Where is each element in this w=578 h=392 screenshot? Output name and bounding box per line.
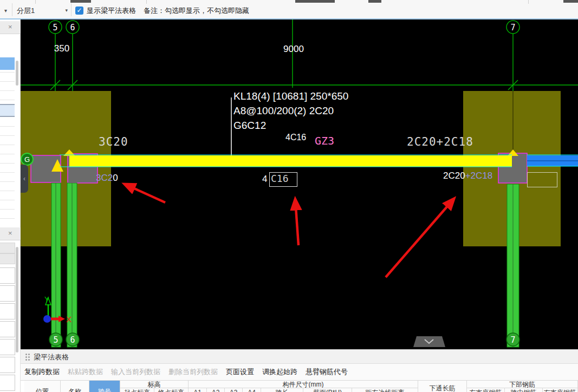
sub-header-left-support[interactable]: 左支座钢筋: [467, 388, 505, 392]
sidebar-cell[interactable]: [0, 285, 15, 302]
rebar-edit-left-selected: 3C2: [96, 173, 113, 183]
grid-bubble-g-label: G: [24, 155, 30, 164]
col-header-name[interactable]: 名称: [61, 381, 89, 392]
sidebar-cell[interactable]: [0, 339, 15, 355]
rebar-label-top-right[interactable]: 2C20+2C18: [407, 135, 473, 148]
red-arrow-middle: [295, 199, 298, 245]
sidebar-cell[interactable]: [0, 357, 15, 373]
page-setup-button[interactable]: 页面设置: [226, 367, 254, 377]
rebar-edit-right[interactable]: 2C20+2C18: [443, 171, 492, 181]
beam-table-panel-header[interactable]: 梁平法表格: [21, 350, 578, 364]
group-header-size[interactable]: 构件尺寸(mm): [189, 381, 418, 388]
sidebar-highlight-item[interactable]: [0, 104, 15, 117]
sidebar-scrollbar2[interactable]: [16, 247, 18, 352]
list-divider: [0, 154, 15, 154]
beam-selected[interactable]: [69, 155, 512, 167]
rebar-label-top-mid[interactable]: 4C16: [285, 133, 306, 142]
list-divider: [0, 200, 15, 200]
dimension-9000[interactable]: 9000: [272, 44, 315, 55]
close-icon[interactable]: ×: [8, 23, 12, 31]
group-header-bottom-rebar[interactable]: 下部钢筋: [467, 381, 578, 388]
rebar-label-top-left[interactable]: 3C20: [99, 135, 128, 148]
group-header-elevation[interactable]: 标高: [120, 381, 189, 388]
sub-header-a1[interactable]: A1: [189, 388, 207, 392]
axis-x-arrowhead: [59, 316, 65, 322]
sidebar-selected-item[interactable]: [0, 57, 15, 70]
top-toolbar: ▾ 分层1 ▾ ✓ 显示梁平法表格 备注：勾选即显示，不勾选即隐藏: [0, 0, 578, 19]
rebar-edit-mid-prefix[interactable]: 4: [262, 174, 267, 185]
grid-bubble-7-bottom-label: 7: [510, 335, 515, 345]
chevron-down-icon[interactable]: ▾: [4, 8, 7, 14]
ribbon-separator: [146, 0, 147, 4]
layer-select[interactable]: 分层1 ▾: [12, 3, 72, 16]
rebar-edit-right-selected: +2C18: [465, 171, 493, 181]
col-header-span-no[interactable]: 跨号: [89, 381, 120, 392]
grid-bubble-5-top-label: 5: [53, 23, 57, 32]
list-divider: [0, 191, 15, 191]
sub-header-span-length[interactable]: 跨长: [261, 388, 303, 392]
toolbar-note: 备注：勾选即显示，不勾选即隐藏: [144, 6, 249, 16]
beam-table-header: 位置 名称 跨号 下通长筋 标高 构件尺寸(mm) 下部钢筋 起点标高 终点标高…: [21, 380, 578, 392]
red-arrow-right: [386, 199, 454, 277]
cad-viewport[interactable]: 5 6 7 G: [21, 19, 578, 349]
show-table-checkbox[interactable]: ✓: [75, 6, 83, 15]
list-divider: [0, 172, 15, 173]
clipped-ribbon-text: [70, 0, 91, 3]
beam-annotation-line1: KL18(4) [10681] 250*650: [233, 89, 348, 103]
sub-header-end-elev[interactable]: 终点标高: [154, 388, 189, 392]
grid-bubble-6-top-label: 6: [70, 23, 75, 32]
sidebar-cell[interactable]: [0, 303, 15, 319]
delete-current-column-button[interactable]: 删除当前列数据: [168, 367, 218, 377]
rebar-edit-empty-box[interactable]: [527, 172, 557, 187]
rebar-edit-right-rest: 2C20: [443, 171, 465, 181]
swap-start-span-button[interactable]: 调换起始跨: [262, 367, 297, 377]
beam-annotation-line2: A8@100/200(2) 2C20: [233, 103, 348, 118]
input-current-column-button[interactable]: 输入当前列数据: [111, 367, 160, 377]
col-header-position[interactable]: 位置: [24, 381, 61, 392]
drag-handle-icon[interactable]: [25, 354, 27, 355]
sub-header-a2[interactable]: A2: [207, 388, 225, 392]
axis-origin-dot: [43, 315, 51, 323]
list-divider: [0, 218, 15, 219]
beam-annotation[interactable]: KL18(4) [10681] 250*650 A8@100/200(2) 2C…: [233, 89, 348, 133]
grid-bubble-5-bottom-label: 5: [53, 335, 58, 345]
gz3-label[interactable]: GZ3: [315, 134, 334, 147]
rebar-edit-left[interactable]: 3C20: [96, 173, 118, 184]
sidebar-scrollbar[interactable]: [16, 61, 18, 86]
dimension-350[interactable]: 350: [40, 43, 83, 54]
sidebar-cell[interactable]: [0, 375, 15, 391]
list-divider: [0, 209, 15, 210]
clipped-ribbon-text: [563, 0, 578, 3]
sidebar-collapse-tab[interactable]: ‹: [21, 165, 28, 193]
sub-header-start-elev[interactable]: 起点标高: [120, 388, 154, 392]
axis-y-label: Y: [44, 295, 49, 303]
left-sidebar: × ×: [0, 19, 21, 392]
list-divider: [0, 163, 15, 164]
list-divider: [0, 100, 15, 100]
sidebar-cell[interactable]: [0, 253, 15, 264]
copy-span-data-button[interactable]: 复制跨数据: [24, 367, 60, 377]
rebar-edit-mid-box[interactable]: C16: [269, 172, 297, 187]
sidebar-cell[interactable]: [0, 321, 15, 337]
clipped-ribbon-text: [368, 0, 381, 3]
col-header-bottom-through[interactable]: 下通长筋: [418, 381, 467, 392]
chevron-left-icon: ‹: [23, 175, 25, 182]
cantilever-rebar-code-button[interactable]: 悬臂钢筋代号: [306, 367, 348, 377]
beam-annotation-line3: G6C12: [233, 118, 348, 133]
close-icon[interactable]: ×: [8, 229, 12, 237]
sub-header-mid-span[interactable]: 跨中钢筋: [505, 388, 543, 392]
paste-span-data-button[interactable]: 粘贴跨数据: [68, 367, 103, 377]
sidebar-panel2-header: ×: [0, 227, 21, 240]
sidebar-cell[interactable]: [0, 243, 15, 253]
sidebar-cell[interactable]: [0, 267, 15, 284]
sub-header-a3[interactable]: A3: [225, 388, 243, 392]
list-divider: [0, 145, 15, 145]
sub-header-section[interactable]: 截面(B*H): [303, 388, 352, 392]
layer-select-value: 分层1: [17, 6, 35, 16]
grid-bubble-7-top-label: 7: [510, 23, 515, 32]
list-divider: [0, 126, 15, 127]
sub-header-right-support[interactable]: 右支座钢筋: [543, 388, 578, 392]
sub-header-a4[interactable]: A4: [243, 388, 261, 392]
sub-header-dist-left[interactable]: 距左边线距离: [352, 388, 418, 392]
panel-collapse-button[interactable]: [413, 336, 445, 347]
